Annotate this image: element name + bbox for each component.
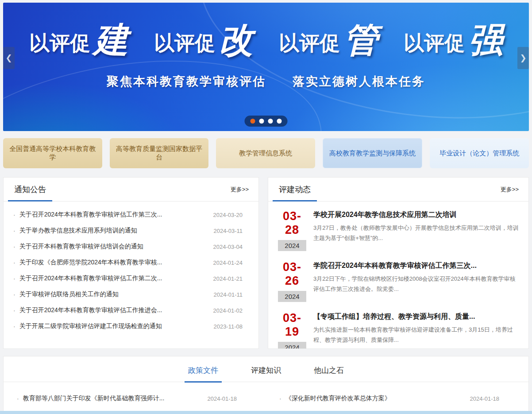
policy-item-text: 教育部等八部门关于印发《新时代基础教育强师计... — [23, 395, 201, 402]
notice-item[interactable]: ·关于举办教学信息技术应用系列培训的通知2024-03-11 — [13, 223, 249, 239]
news-year: 2024 — [278, 291, 306, 302]
bullet-icon: · — [17, 395, 19, 402]
notice-date: 2024-03-04 — [213, 244, 249, 250]
notice-text: 关于召开本科教育教学审核评估培训会的通知 — [19, 243, 208, 251]
notice-item[interactable]: ·关于开展二级学院审核评估评建工作现场检查的通知2023-11-08 — [13, 318, 249, 334]
news-header: 评建动态 更多>> — [268, 178, 528, 201]
bullet-icon: · — [279, 395, 281, 402]
notice-item[interactable]: ·关于审核评估联络员相关工作的通知2024-01-11 — [13, 286, 249, 302]
banner-title: 以评促建 以评促改 以评促管 以评促强 — [3, 24, 529, 57]
banner-phrase-calligraphy: 强 — [468, 24, 503, 57]
bullet-icon: · — [13, 211, 15, 218]
news-more-link[interactable]: 更多>> — [501, 186, 519, 193]
news-item-title: 【专项工作组】培养过程、教学资源与利用、质量... — [313, 312, 519, 321]
news-item-title: 学校开展2024年教学信息技术应用第二次培训 — [313, 210, 519, 220]
notice-item[interactable]: ·关于印发《合肥师范学院2024年本科教育教学审核...2024-01-24 — [13, 255, 249, 271]
main-columns: 通知公告 更多>> ·关于召开2024年本科教育教学审核评估工作第三次...20… — [3, 177, 529, 349]
carousel-dot-3[interactable] — [268, 119, 273, 124]
carousel-dot-2[interactable] — [259, 119, 264, 124]
notices-header: 通知公告 更多>> — [4, 178, 258, 201]
bullet-icon: · — [13, 307, 15, 314]
notice-date: 2024-03-11 — [213, 228, 249, 234]
news-month-day: 03-19 — [278, 311, 306, 339]
notice-text: 关于印发《合肥师范学院2024年本科教育教学审核... — [19, 259, 208, 267]
notice-text: 关于开展二级学院审核评估评建工作现场检查的通知 — [19, 322, 208, 330]
policy-item-date: 2024-01-18 — [208, 395, 253, 402]
banner-phrase-text: 以评促 — [154, 30, 215, 57]
quick-link-monitor-guarantee-system[interactable]: 高校教育教学监测与保障系统 — [323, 138, 423, 168]
news-panel: 评建动态 更多>> 03-28 2024 学校开展2024年教学信息技术应用第二… — [268, 177, 529, 349]
quick-link-national-undergrad-teaching[interactable]: 全国普通高等学校本科教育教学 — [3, 138, 102, 168]
policy-item[interactable]: · 教育部等八部门关于印发《新时代基础教育强师计... 2024-01-18 — [17, 395, 253, 402]
news-item[interactable]: 03-26 2024 学院召开2024年本科教育教学审核评估工作第三次... 3… — [278, 260, 519, 302]
news-date-block: 03-26 2024 — [278, 260, 306, 302]
tab-evaluation-knowledge[interactable]: 评建知识 — [247, 365, 285, 383]
policy-tabs: 政策文件 评建知识 他山之石 — [4, 365, 528, 382]
news-item-title: 学院召开2024年本科教育教学审核评估工作第三次... — [313, 261, 519, 271]
banner-subtitle: 聚焦本科教育教学审核评估 落实立德树人根本任务 — [3, 74, 529, 89]
policy-item[interactable]: · 《深化新时代教育评价改革总体方案》 2024-01-18 — [279, 395, 515, 402]
banner-phrase: 以评促强 — [404, 24, 503, 57]
notice-list: ·关于召开2024年本科教育教学审核评估工作第三次...2024-03-20 ·… — [4, 201, 258, 334]
bullet-icon: · — [13, 291, 15, 298]
notice-date: 2023-11-08 — [213, 323, 249, 330]
notice-date: 2024-01-02 — [213, 307, 249, 314]
tab-other-examples[interactable]: 他山之石 — [310, 365, 347, 383]
policy-item-text: 《深化新时代教育评价改革总体方案》 — [285, 395, 464, 402]
homepage: 以评促建 以评促改 以评促管 以评促强 聚焦本科教育教学审核评估 落实立德树人根… — [0, 0, 532, 414]
notice-text: 关于审核评估联络员相关工作的通知 — [19, 290, 208, 298]
policy-lists: · 教育部等八部门关于印发《新时代基础教育强师计... 2024-01-18 ·… — [4, 382, 528, 413]
carousel-next-button[interactable]: ❯ — [517, 47, 529, 69]
quick-link-thesis-system[interactable]: 毕业设计（论文）管理系统 — [430, 138, 529, 168]
notice-date: 2024-01-24 — [213, 259, 249, 266]
banner-phrase-text: 以评促 — [404, 30, 465, 57]
notice-text: 关于召开2024年本科教育教学审核评估工作第二次... — [19, 275, 208, 282]
footer-strip — [0, 411, 532, 414]
news-item-summary: 3月22日下午，学院在锦绣校区行知楼2008会议室召开2024年本科教育教学审核… — [313, 274, 519, 294]
banner-phrase-calligraphy: 管 — [343, 24, 378, 57]
policy-section: 政策文件 评建知识 他山之石 · 教育部等八部门关于印发《新时代基础教育强师计.… — [3, 356, 529, 414]
news-year: 2024 — [278, 240, 306, 251]
chevron-right-icon: ❯ — [520, 53, 526, 63]
news-item-summary: 3月27日，教务处（教师教学发展中心）开展教学信息技术应用第二次培训，培训主题为… — [313, 223, 519, 244]
quick-links-row: 全国普通高等学校本科教育教学 高等教育质量监测国家数据平台 教学管理信息系统 高… — [3, 138, 529, 168]
carousel-dot-1[interactable] — [251, 119, 255, 124]
news-item-summary: 为扎实推进新一轮本科教育教学审核评估迎评建设准备工作，3月15日，培养过程、教学… — [313, 325, 519, 345]
notice-date: 2024-01-11 — [213, 291, 249, 298]
notices-more-link[interactable]: 更多>> — [231, 186, 249, 193]
notice-item[interactable]: ·关于召开2024年本科教育教学审核评估工作第二次...2024-01-21 — [13, 271, 249, 286]
bullet-icon: · — [13, 227, 15, 234]
quick-link-teaching-mis[interactable]: 教学管理信息系统 — [216, 138, 315, 168]
bullet-icon: · — [13, 243, 15, 250]
bullet-icon: · — [13, 323, 15, 330]
bullet-icon: · — [13, 275, 15, 282]
policy-item-date: 2024-01-18 — [470, 395, 516, 402]
banner-phrase-text: 以评促 — [29, 30, 90, 57]
news-body: 学院召开2024年本科教育教学审核评估工作第三次... 3月22日下午，学院在锦… — [313, 260, 519, 302]
bullet-icon: · — [13, 259, 15, 266]
chevron-left-icon: ❮ — [5, 53, 12, 63]
news-item[interactable]: 03-19 2024 【专项工作组】培养过程、教学资源与利用、质量... 为扎实… — [278, 311, 519, 349]
banner-phrase-calligraphy: 建 — [94, 24, 128, 57]
news-list: 03-28 2024 学校开展2024年教学信息技术应用第二次培训 3月27日，… — [268, 201, 528, 349]
notice-item[interactable]: ·关于召开2024年本科教育教学审核评估工作推进会...2024-01-02 — [13, 302, 249, 318]
notice-text: 关于召开2024年本科教育教学审核评估工作推进会... — [19, 306, 208, 314]
news-title: 评建动态 — [278, 178, 312, 201]
news-date-block: 03-19 2024 — [278, 311, 306, 349]
notice-item[interactable]: ·关于召开2024年本科教育教学审核评估工作第三次...2024-03-20 — [13, 207, 249, 223]
carousel-prev-button[interactable]: ❮ — [3, 47, 15, 69]
news-item[interactable]: 03-28 2024 学校开展2024年教学信息技术应用第二次培训 3月27日，… — [278, 209, 519, 251]
quick-link-quality-data-platform[interactable]: 高等教育质量监测国家数据平台 — [110, 138, 209, 168]
news-body: 学校开展2024年教学信息技术应用第二次培训 3月27日，教务处（教师教学发展中… — [313, 209, 519, 251]
notice-text: 关于举办教学信息技术应用系列培训的通知 — [19, 227, 208, 235]
notice-date: 2024-03-20 — [213, 212, 249, 218]
carousel-dot-4[interactable] — [277, 119, 282, 124]
tab-policy-documents[interactable]: 政策文件 — [185, 365, 222, 383]
notices-panel: 通知公告 更多>> ·关于召开2024年本科教育教学审核评估工作第三次...20… — [3, 177, 259, 349]
news-month-day: 03-28 — [278, 209, 306, 237]
carousel-dots — [245, 116, 288, 127]
notice-item[interactable]: ·关于召开本科教育教学审核评估培训会的通知2024-03-04 — [13, 239, 249, 255]
news-month-day: 03-26 — [278, 260, 306, 288]
notice-text: 关于召开2024年本科教育教学审核评估工作第三次... — [19, 211, 208, 219]
news-body: 【专项工作组】培养过程、教学资源与利用、质量... 为扎实推进新一轮本科教育教学… — [313, 311, 519, 349]
